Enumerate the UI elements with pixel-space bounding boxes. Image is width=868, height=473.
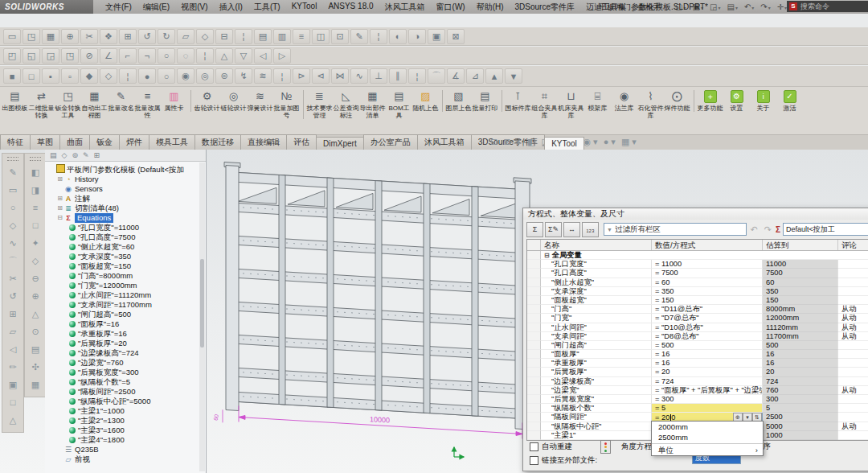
equation-row[interactable]: "支承间距" = "D8@总布" 11700mm 从动: [527, 332, 868, 341]
equation-row[interactable]: "门高" = "D11@总布" 8000mm 从动: [527, 305, 868, 314]
equation-row[interactable]: "止水间距" = "D10@总布" 11120mm 从动: [527, 323, 868, 332]
equation-variable-item[interactable]: "隔板间距"=2500: [45, 387, 206, 397]
toolbar-icon[interactable]: ◫: [312, 29, 330, 44]
comment-cell[interactable]: 从动: [838, 422, 868, 431]
popup-item[interactable]: 2000mm: [652, 422, 763, 432]
comment-cell[interactable]: [838, 278, 868, 287]
comment-cell[interactable]: [838, 341, 868, 350]
tree-item-history[interactable]: ⊞ ◔ History: [45, 175, 206, 184]
quick-access-icon[interactable]: ↶: [741, 2, 757, 11]
variable-name-cell[interactable]: "边梁宽": [541, 386, 652, 395]
equation-view-button[interactable]: ₁₂₃: [582, 222, 599, 237]
toolbar-icon[interactable]: ✣: [27, 358, 43, 376]
toolbar-icon[interactable]: ◎: [196, 68, 214, 84]
formula-cell[interactable]: = 16: [652, 350, 763, 359]
toolbar-icon[interactable]: ◇: [27, 252, 43, 269]
toolbar-icon[interactable]: ≡: [293, 29, 310, 44]
toolbar-icon[interactable]: ✦: [27, 234, 43, 252]
ribbon-button[interactable]: ⇄ 二维批量转换: [29, 90, 54, 119]
menu-item[interactable]: 编辑(E): [137, 0, 175, 14]
toolbar-icon[interactable]: ⊞: [119, 29, 137, 44]
toolbar-icon[interactable]: ◳: [61, 48, 79, 64]
variable-name-cell[interactable]: "支承间距": [541, 332, 652, 341]
toolbar-icon[interactable]: ◲: [42, 48, 59, 64]
toolbar-grip[interactable]: [7, 157, 18, 161]
view-tool-icon[interactable]: ● ▾: [602, 136, 617, 148]
ribbon-button[interactable]: № 批量加图号: [274, 90, 299, 119]
commandmanager-tab[interactable]: 钣金: [89, 134, 120, 150]
tree-scrollbar[interactable]: [199, 162, 205, 471]
toolbar-icon[interactable]: ∠: [100, 48, 117, 64]
ribbon-button[interactable]: ✎ 批量改名: [108, 90, 133, 112]
equation-view-button[interactable]: Σ✎: [545, 222, 562, 237]
ribbon-button[interactable]: ◳ 钣金转换工具: [55, 90, 80, 119]
toolbar-icon[interactable]: ◱: [23, 48, 40, 64]
toolbar-icon[interactable]: ¦: [196, 48, 214, 64]
formula-cell[interactable]: = 20: [652, 368, 763, 376]
scrollbar-thumb[interactable]: [200, 259, 204, 348]
toolbar-icon[interactable]: ◇: [196, 29, 214, 44]
ribbon-button[interactable]: ⊔ 机床夹具库: [559, 90, 583, 119]
quick-access-icon[interactable]: ▤: [723, 2, 740, 11]
menu-item[interactable]: 帮助(H): [471, 0, 510, 14]
toolbar-icon[interactable]: ¦: [119, 68, 137, 84]
variable-name-cell[interactable]: "闸门超高": [541, 341, 652, 350]
comment-cell[interactable]: [838, 260, 868, 269]
toolbar-icon[interactable]: ◇: [100, 68, 117, 84]
comment-cell[interactable]: 从动: [838, 323, 868, 332]
equation-row[interactable]: "孔口宽度" = 11000 11000: [527, 260, 868, 269]
formula-cell[interactable]: = 5: [652, 404, 763, 413]
toolbar-icon[interactable]: ▱: [5, 323, 21, 340]
toolbar-icon[interactable]: ▭: [3, 29, 21, 44]
commandmanager-tab[interactable]: 草图: [30, 134, 60, 150]
ribbon-button[interactable]: ｉ 关于: [751, 90, 776, 112]
toolbar-icon[interactable]: ↯: [235, 68, 252, 84]
formula-cell[interactable]: = "面板厚" + "后翼板厚" + "边梁缘板高": [652, 386, 763, 395]
equation-row[interactable]: "边梁缘板高" = 724 724: [527, 377, 868, 386]
variable-name-cell[interactable]: "后翼板宽度": [541, 395, 652, 404]
variable-name-cell[interactable]: "门宽": [541, 314, 652, 323]
tree-root[interactable]: 平板闸门参数化模板 (Default<按加: [45, 165, 206, 175]
toolbar-icon[interactable]: ◉: [177, 68, 194, 84]
toolbar-icon[interactable]: ⊟: [215, 29, 233, 44]
variable-name-cell[interactable]: "面板超宽": [541, 296, 652, 305]
commandmanager-tab[interactable]: DimXpert: [316, 137, 364, 150]
comment-cell[interactable]: [838, 359, 868, 368]
variable-name-cell[interactable]: "承重板厚": [541, 359, 652, 368]
menu-item[interactable]: 工具(T): [248, 0, 286, 14]
toolbar-icon[interactable]: ⊕: [61, 29, 79, 44]
commandmanager-tab[interactable]: 评估: [286, 134, 317, 150]
quick-access-icon[interactable]: ◲: [706, 2, 723, 11]
equation-variable-item[interactable]: "门宽"=12000mm: [45, 281, 206, 290]
equation-variable-item[interactable]: "面板超宽"=150: [45, 261, 206, 271]
comment-cell[interactable]: [838, 404, 868, 413]
toolbar-icon[interactable]: ⊥: [370, 68, 387, 84]
toolbar-icon[interactable]: △: [215, 48, 233, 64]
equation-row[interactable]: "面板超宽" = 150 150: [527, 296, 868, 305]
view-tool-icon[interactable]: ◐: [514, 136, 523, 148]
formula-cell[interactable]: = 350: [652, 287, 763, 296]
toolbar-icon[interactable]: ▭: [5, 181, 21, 199]
commandmanager-tab[interactable]: 数据迁移: [194, 134, 241, 150]
equation-variable-item[interactable]: "主梁1"=1000: [45, 406, 206, 416]
popup-item[interactable]: 2500mm: [652, 432, 763, 442]
toolbar-icon[interactable]: ◇: [5, 216, 21, 234]
ribbon-button[interactable]: ▥ 属性卡: [162, 90, 186, 112]
tree-item-material[interactable]: ☰ Q235B: [45, 445, 206, 454]
commandmanager-tab[interactable]: 模具工具: [149, 134, 195, 150]
comment-cell[interactable]: [838, 368, 868, 376]
panel-tab-icon[interactable]: ◇: [62, 151, 68, 159]
toolbar-icon[interactable]: ○: [5, 199, 21, 216]
equation-variable-item[interactable]: "支承间距"=11700mm: [45, 300, 206, 310]
view-tool-icon[interactable]: ▦ ▾: [620, 136, 638, 148]
menu-item[interactable]: KYTool: [286, 0, 323, 14]
ribbon-button[interactable]: ≣ 技术要求管理: [303, 90, 332, 119]
ribbon-button[interactable]: ✓ 激活: [777, 90, 802, 112]
equation-variable-item[interactable]: "止水间距"=11120mm: [45, 290, 206, 300]
ribbon-button[interactable]: ⚙ 设置: [724, 90, 749, 112]
expander-icon[interactable]: ⊞: [56, 175, 63, 184]
ribbon-button[interactable]: ▨ 随机上色: [413, 90, 438, 112]
toolbar-icon[interactable]: ◳: [23, 29, 40, 44]
view-tool-icon[interactable]: ⊡: [489, 136, 499, 148]
ribbon-button[interactable]: ▧ 图层上色: [442, 90, 471, 112]
